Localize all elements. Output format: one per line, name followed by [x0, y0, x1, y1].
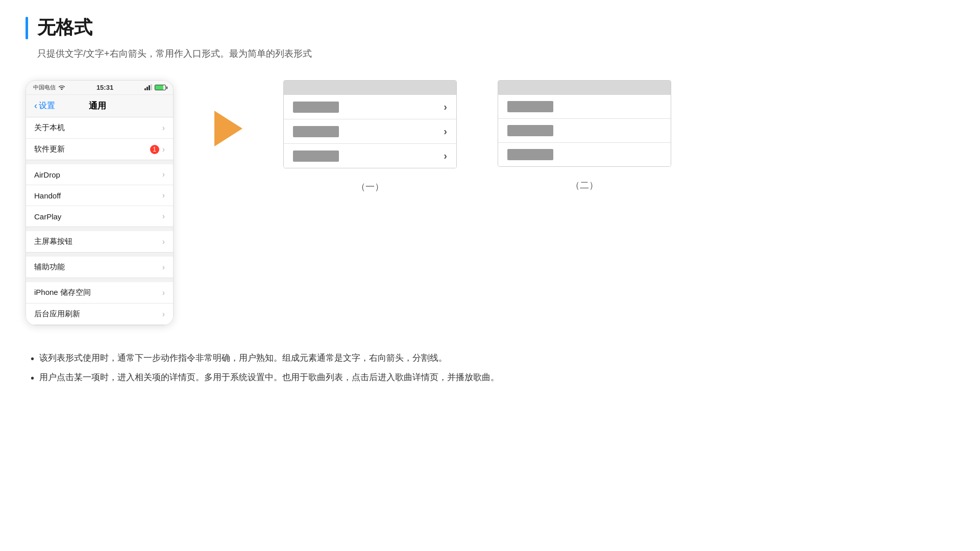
diagram-row: › [284, 119, 456, 144]
status-time: 15:31 [96, 84, 113, 91]
text-placeholder [507, 125, 553, 136]
svg-rect-1 [146, 87, 148, 90]
text-placeholder [507, 101, 553, 112]
chevron-icon: › [162, 212, 165, 221]
title-accent-bar [26, 17, 28, 39]
diagram-row: › [284, 95, 456, 119]
diagram-label-2: （二） [571, 179, 598, 191]
nav-bar: ‹ 设置 通用 [26, 95, 173, 117]
settings-group-1: 关于本机 › 软件更新 1 › [26, 117, 173, 160]
diagram-row [498, 119, 671, 143]
settings-row-about[interactable]: 关于本机 › [26, 117, 173, 139]
carrier-label: 中国电信 [33, 84, 56, 91]
row-label: 主屏幕按钮 [34, 237, 72, 246]
diagram-chevron-icon: › [444, 126, 447, 137]
settings-row-airdrop[interactable]: AirDrop › [26, 164, 173, 185]
diagram-box-2 [498, 80, 671, 167]
svg-rect-3 [151, 84, 152, 90]
svg-rect-2 [149, 85, 150, 90]
chevron-icon: › [162, 288, 165, 297]
status-left: 中国电信 [33, 84, 65, 91]
diagram-panel-2: （二） [498, 80, 671, 191]
separator [26, 278, 173, 282]
bullet-text-2: 用户点击某一项时，进入相关项的详情页。多用于系统设置中。也用于歌曲列表，点击后进… [39, 370, 499, 385]
back-label: 设置 [39, 101, 55, 111]
settings-row-bgrefresh[interactable]: 后台应用刷新 › [26, 304, 173, 324]
text-placeholder [507, 149, 553, 160]
diagram-row: › [284, 144, 456, 168]
settings-row-homebutton[interactable]: 主屏幕按钮 › [26, 231, 173, 252]
settings-row-carplay[interactable]: CarPlay › [26, 206, 173, 227]
bullet-dot: • [31, 370, 34, 386]
diagram-row [498, 143, 671, 166]
direction-arrow-icon [214, 111, 242, 146]
chevron-icon: › [162, 310, 165, 319]
settings-row-update[interactable]: 软件更新 1 › [26, 139, 173, 160]
chevron-icon: › [162, 191, 165, 200]
back-chevron-icon: ‹ [34, 101, 37, 111]
battery-icon [155, 85, 166, 90]
diagram-label-1: （一） [356, 181, 384, 193]
bullet-item-1: • 该列表形式使用时，通常下一步动作指令非常明确，用户熟知。组成元素通常是文字，… [31, 351, 954, 366]
row-label: 后台应用刷新 [34, 309, 80, 319]
settings-group-3: 主屏幕按钮 › [26, 231, 173, 253]
settings-group-4: 辅助功能 › [26, 257, 173, 278]
settings-group-5: iPhone 储存空间 › 后台应用刷新 › [26, 282, 173, 325]
row-label: iPhone 储存空间 [34, 288, 91, 297]
svg-rect-0 [144, 88, 146, 90]
diagram-panel-1: › › › （一） [283, 80, 457, 193]
settings-row-handoff[interactable]: Handoff › [26, 185, 173, 206]
separator [26, 160, 173, 164]
row-label: CarPlay [34, 212, 61, 221]
row-label: 关于本机 [34, 123, 65, 133]
row-label: Handoff [34, 191, 61, 200]
text-placeholder [293, 102, 339, 113]
wifi-icon [58, 84, 65, 91]
update-badge: 1 [150, 145, 159, 154]
diagram-box-1: › › › [283, 80, 457, 168]
chevron-icon: › [162, 123, 165, 133]
text-placeholder [293, 126, 339, 137]
row-label: 软件更新 [34, 144, 65, 154]
page-subtitle: 只提供文字/文字+右向箭头，常用作入口形式。最为简单的列表形式 [26, 47, 954, 60]
chevron-icon: › [162, 145, 165, 154]
separator [26, 253, 173, 257]
bullet-item-2: • 用户点击某一项时，进入相关项的详情页。多用于系统设置中。也用于歌曲列表，点击… [31, 370, 954, 386]
page-title: 无格式 [37, 15, 92, 40]
status-bar: 中国电信 15:31 [26, 81, 173, 95]
separator [26, 227, 173, 231]
diagram-row [498, 95, 671, 119]
diagram-chevron-icon: › [444, 150, 447, 162]
nav-title: 通用 [89, 100, 106, 112]
settings-row-storage[interactable]: iPhone 储存空间 › [26, 282, 173, 304]
chevron-icon: › [162, 237, 165, 246]
diagram-header-1 [284, 81, 456, 95]
chevron-icon: › [162, 263, 165, 272]
row-label: 辅助功能 [34, 262, 65, 272]
row-label: AirDrop [34, 170, 60, 179]
diagram-header-2 [498, 81, 671, 95]
arrow-container [204, 111, 253, 146]
status-right [144, 84, 166, 91]
iphone-mockup: 中国电信 15:31 [26, 80, 174, 325]
text-placeholder [293, 151, 339, 162]
diagrams-container: › › › （一） [283, 80, 671, 193]
diagram-chevron-icon: › [444, 101, 447, 113]
bullet-text-1: 该列表形式使用时，通常下一步动作指令非常明确，用户熟知。组成元素通常是文字，右向… [39, 351, 447, 366]
bullet-dot: • [31, 351, 34, 366]
settings-group-2: AirDrop › Handoff › CarPlay › [26, 164, 173, 227]
signal-icon [144, 84, 153, 91]
nav-back-button[interactable]: ‹ 设置 [34, 101, 55, 111]
chevron-icon: › [162, 170, 165, 179]
settings-row-accessibility[interactable]: 辅助功能 › [26, 257, 173, 278]
bullets-section: • 该列表形式使用时，通常下一步动作指令非常明确，用户熟知。组成元素通常是文字，… [26, 351, 954, 386]
